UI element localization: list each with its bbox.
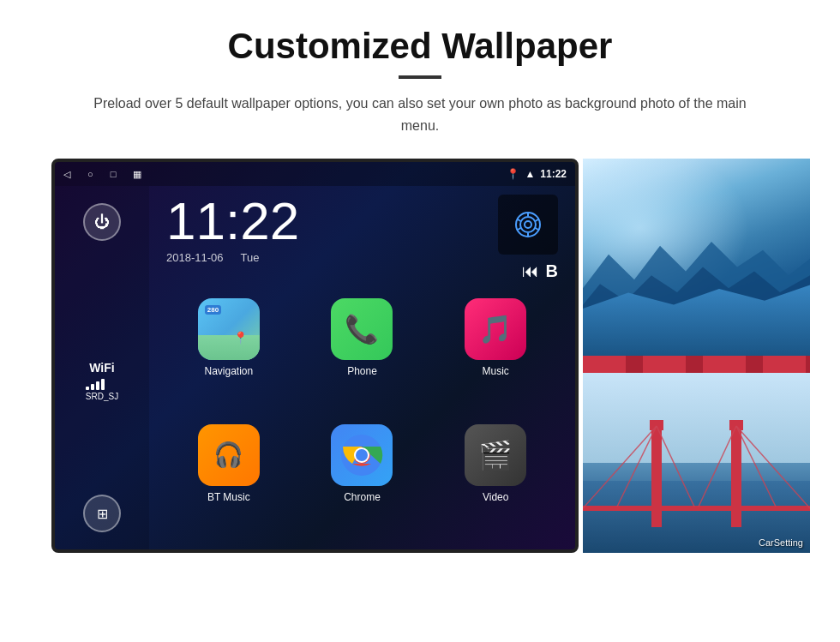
app-grid: 280 📍 Navigation 📞 Phone xyxy=(166,298,558,541)
wifi-bar-2 xyxy=(91,384,94,390)
svg-line-4 xyxy=(536,219,539,221)
clock-time: 11:22 xyxy=(166,195,489,248)
device-wrapper: ◁ ○ □ ▦ 📍 ▲ 11:22 xyxy=(51,159,789,553)
nav-pin-icon: 📍 xyxy=(233,331,248,345)
wifi-label: WiFi xyxy=(86,361,118,375)
wallpaper-preview-bridge: CarSetting xyxy=(583,373,810,553)
android-screen: ◁ ○ □ ▦ 📍 ▲ 11:22 xyxy=(51,159,579,553)
media-controls: ⏮ B xyxy=(498,195,558,281)
power-button[interactable]: ⏻ xyxy=(83,203,121,241)
clock-day: Tue xyxy=(241,251,260,264)
app-item-music[interactable]: 🎵 Music xyxy=(433,298,558,416)
chrome-svg-icon xyxy=(340,434,383,477)
nav-bar: ◁ ○ □ ▦ xyxy=(63,169,141,180)
wifi-bar-4 xyxy=(101,379,105,390)
status-time: 11:22 xyxy=(540,168,567,180)
status-left: ◁ ○ □ ▦ xyxy=(63,169,141,180)
svg-point-2 xyxy=(525,221,531,228)
prev-track-icon[interactable]: ⏮ xyxy=(522,261,539,281)
nav-badge: 280 xyxy=(205,305,221,315)
svg-line-5 xyxy=(536,228,539,230)
wifi-signal-bars xyxy=(86,376,118,390)
svg-line-22 xyxy=(657,426,694,507)
screenshot-icon[interactable]: ▦ xyxy=(133,169,141,180)
app-item-navigation[interactable]: 280 📍 Navigation xyxy=(166,298,291,416)
video-app-icon: 🎬 xyxy=(465,424,526,486)
navigation-app-icon: 280 📍 xyxy=(198,298,260,360)
status-bar: ◁ ○ □ ▦ 📍 ▲ 11:22 xyxy=(55,162,575,186)
chrome-app-label: Chrome xyxy=(344,491,381,503)
side-images-container: CarSetting xyxy=(583,159,810,553)
app-item-bt-music[interactable]: 🎧 BT Music xyxy=(166,424,291,542)
clock-date: 2018-11-06 xyxy=(166,251,224,264)
app-item-chrome[interactable]: Chrome xyxy=(300,424,425,542)
main-area: ⏻ WiFi SRD_SJ xyxy=(55,186,575,549)
svg-rect-16 xyxy=(731,424,741,527)
recent-icon[interactable]: □ xyxy=(111,169,117,180)
back-icon[interactable]: ◁ xyxy=(63,169,70,180)
signal-icon: ▲ xyxy=(525,168,535,180)
music-app-label: Music xyxy=(482,365,508,377)
svg-point-12 xyxy=(356,449,368,461)
status-right: 📍 ▲ 11:22 xyxy=(507,168,567,180)
apps-button[interactable]: ⊞ xyxy=(83,495,121,532)
svg-line-21 xyxy=(617,426,657,507)
sidebar: ⏻ WiFi SRD_SJ xyxy=(55,186,149,549)
wifi-info: WiFi SRD_SJ xyxy=(86,361,118,401)
phone-app-label: Phone xyxy=(347,365,377,377)
video-app-label: Video xyxy=(483,491,508,503)
page-container: Customized Wallpaper Preload over 5 defa… xyxy=(0,0,840,642)
strip-pattern xyxy=(583,356,810,373)
home-icon[interactable]: ○ xyxy=(87,169,93,180)
bluetooth-icon: 🎧 xyxy=(213,441,243,469)
wifi-bar-3 xyxy=(96,381,99,390)
bt-music-app-icon: 🎧 xyxy=(198,424,260,486)
android-device: ◁ ○ □ ▦ 📍 ▲ 11:22 xyxy=(51,159,579,553)
svg-line-25 xyxy=(699,426,736,507)
chrome-app-icon xyxy=(331,424,393,486)
carsetting-label: CarSetting xyxy=(759,537,803,548)
music-note-icon: 🎵 xyxy=(478,313,513,345)
ice-shape-svg xyxy=(583,237,810,356)
navigation-app-label: Navigation xyxy=(204,365,253,377)
music-app-icon: 🎵 xyxy=(465,298,526,360)
svg-rect-18 xyxy=(729,420,743,430)
svg-line-8 xyxy=(518,219,521,221)
svg-rect-17 xyxy=(650,420,663,430)
wallpaper-preview-ice xyxy=(583,159,810,356)
page-title: Customized Wallpaper xyxy=(228,26,613,67)
wifi-media-icon xyxy=(513,209,543,240)
svg-line-7 xyxy=(518,228,521,230)
svg-rect-19 xyxy=(583,506,810,511)
apps-icon: ⊞ xyxy=(97,506,108,522)
letter-b-icon: B xyxy=(546,261,558,281)
phone-symbol-icon: 📞 xyxy=(345,313,379,345)
svg-line-24 xyxy=(736,426,776,507)
phone-app-icon: 📞 xyxy=(331,298,393,360)
svg-line-20 xyxy=(583,426,657,508)
bt-music-app-label: BT Music xyxy=(207,491,250,503)
wifi-bar-1 xyxy=(86,387,89,390)
clapperboard-icon: 🎬 xyxy=(478,439,513,471)
bridge-svg xyxy=(583,373,810,553)
svg-rect-15 xyxy=(651,424,662,527)
svg-point-1 xyxy=(520,217,536,232)
clock-section: 11:22 2018-11-06 Tue xyxy=(166,195,558,281)
title-divider xyxy=(399,75,441,79)
sidebar-top: ⏻ xyxy=(83,203,121,258)
app-item-video[interactable]: 🎬 Video xyxy=(433,424,558,542)
center-area: 11:22 2018-11-06 Tue xyxy=(149,186,575,549)
svg-line-23 xyxy=(736,426,810,508)
app-item-phone[interactable]: 📞 Phone xyxy=(300,298,425,416)
power-icon: ⏻ xyxy=(94,213,110,231)
location-icon: 📍 xyxy=(507,168,519,180)
media-playback-btns: ⏮ B xyxy=(522,261,558,281)
svg-marker-13 xyxy=(583,242,810,356)
clock-details: 2018-11-06 Tue xyxy=(166,251,489,264)
media-album-art xyxy=(498,195,558,255)
wallpaper-preview-strip xyxy=(583,356,810,373)
clock-info: 11:22 2018-11-06 Tue xyxy=(166,195,489,264)
wifi-network-name: SRD_SJ xyxy=(86,392,118,401)
page-description: Preload over 5 default wallpaper options… xyxy=(86,93,754,136)
